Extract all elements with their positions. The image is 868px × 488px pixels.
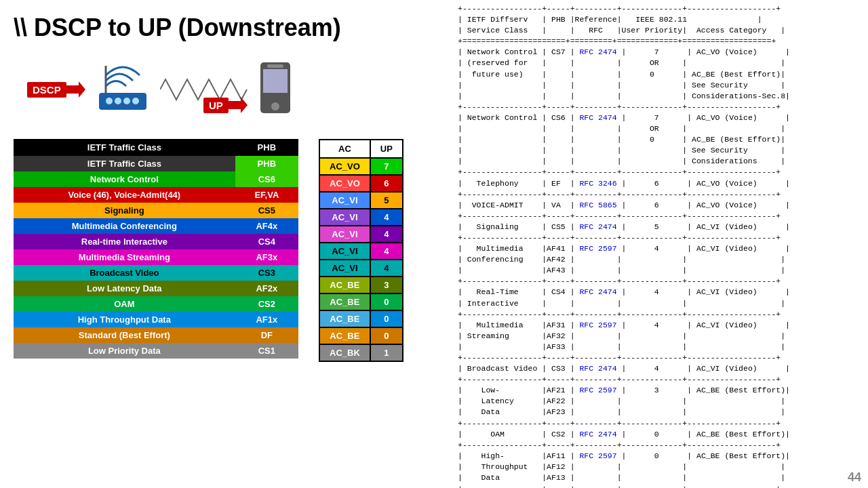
- rfc-2474-link5[interactable]: RFC 2474: [579, 364, 616, 373]
- traffic-class-phb: AF1x: [235, 312, 298, 327]
- rfc-2474-link[interactable]: RFC 2474: [579, 47, 616, 56]
- traffic-class-phb: AF4x: [235, 218, 298, 234]
- ac-cell: AC_VI: [319, 243, 370, 260]
- up-cell: 3: [370, 277, 403, 293]
- traffic-class-name: OAM: [14, 296, 235, 312]
- traffic-class-name: Broadcast Video: [14, 265, 235, 281]
- ac-cell: AC_VO: [319, 158, 370, 175]
- ac-up-table-wrap: AC UP AC_VO7AC_VO6AC_VI5AC_VI4AC_VI4AC_V…: [319, 139, 403, 362]
- up-cell: 0: [370, 310, 403, 327]
- svg-rect-8: [263, 69, 288, 93]
- traffic-class-name: Real-time Interactive: [14, 234, 235, 249]
- up-header: UP: [370, 140, 403, 158]
- rfc-text-table: +-----------------+-----+---------+-----…: [458, 3, 858, 488]
- up-cell: 4: [370, 260, 403, 277]
- traffic-class-table: IETF Traffic Class PHB IETF Traffic Clas…: [14, 139, 298, 359]
- traffic-class-phb: CS4: [235, 234, 298, 249]
- traffic-class-name: Voice (46), Voice-Admit(44): [14, 187, 235, 203]
- tables-row: IETF Traffic Class PHB IETF Traffic Clas…: [14, 139, 434, 362]
- rfc-3246-link[interactable]: RFC 3246: [579, 179, 616, 188]
- rfc-2474-link6[interactable]: RFC 2474: [579, 430, 616, 439]
- rfc-2474-link4[interactable]: RFC 2474: [579, 287, 616, 296]
- tc-header-name: IETF Traffic Class: [14, 139, 235, 156]
- traffic-class-phb: CS3: [235, 265, 298, 281]
- up-cell: 0: [370, 293, 403, 310]
- up-cell: 0: [370, 327, 403, 344]
- rfc-2597-link4[interactable]: RFC 2597: [579, 451, 616, 460]
- ac-up-table: AC UP AC_VO7AC_VO6AC_VI5AC_VI4AC_VI4AC_V…: [319, 139, 403, 362]
- svg-point-9: [271, 102, 279, 110]
- traffic-class-phb: CS5: [235, 203, 298, 218]
- traffic-class-phb: AF2x: [235, 281, 298, 296]
- traffic-class-phb: CS2: [235, 296, 298, 312]
- tc-header-phb: PHB: [235, 139, 298, 156]
- dscp-label: DSCP: [27, 82, 66, 98]
- ac-cell: AC_BE: [319, 293, 370, 310]
- up-cell: 4: [370, 226, 403, 243]
- rfc-2597-link2[interactable]: RFC 2597: [579, 321, 616, 329]
- phone-icon: [255, 59, 296, 120]
- ac-cell: AC_BE: [319, 310, 370, 327]
- rfc-2474-link3[interactable]: RFC 2474: [579, 222, 616, 231]
- up-arrow-icon: [229, 97, 248, 113]
- diagram-area: DSCP: [14, 52, 434, 127]
- svg-point-2: [106, 98, 113, 104]
- svg-rect-10: [267, 64, 283, 68]
- traffic-class-phb: EF,VA: [235, 187, 298, 203]
- up-cell: 4: [370, 243, 403, 260]
- ac-cell: AC_VI: [319, 209, 370, 226]
- traffic-class-name: Standard (Best Effort): [14, 327, 235, 343]
- up-label: UP: [203, 98, 229, 113]
- traffic-class-name: High Throughput Data: [14, 312, 235, 327]
- ac-cell: AC_VI: [319, 192, 370, 209]
- page-title: \\ DSCP to UP (Downstream): [14, 14, 434, 42]
- rfc-5865-link[interactable]: RFC 5865: [579, 201, 616, 209]
- dscp-arrow-icon: [66, 81, 85, 98]
- ac-header: AC: [319, 140, 370, 158]
- svg-point-4: [123, 98, 130, 104]
- ac-cell: AC_VI: [319, 260, 370, 277]
- rfc-2474-link2[interactable]: RFC 2474: [579, 113, 616, 122]
- ac-cell: AC_BK: [319, 344, 370, 361]
- traffic-class-phb: AF3x: [235, 249, 298, 265]
- traffic-class-phb: PHB: [235, 156, 298, 171]
- traffic-class-name: IETF Traffic Class: [14, 156, 235, 171]
- up-cell: 7: [370, 158, 403, 175]
- traffic-class-phb: CS1: [235, 343, 298, 359]
- traffic-class-table-wrap: IETF Traffic Class PHB IETF Traffic Clas…: [14, 139, 298, 359]
- up-cell: 5: [370, 192, 403, 209]
- up-cell: 4: [370, 209, 403, 226]
- right-panel: +-----------------+-----+---------+-----…: [454, 0, 861, 488]
- svg-point-3: [115, 98, 121, 104]
- traffic-class-name: Multimedia Streaming: [14, 249, 235, 265]
- page-number: 44: [848, 470, 861, 485]
- traffic-class-name: Network Control: [14, 171, 235, 187]
- ac-cell: AC_VI: [319, 226, 370, 243]
- left-panel: \\ DSCP to UP (Downstream) DSCP: [0, 0, 448, 488]
- svg-marker-11: [229, 97, 248, 113]
- up-cell: 1: [370, 344, 403, 361]
- rfc-2597-link3[interactable]: RFC 2597: [579, 386, 616, 394]
- traffic-class-name: Multimedia Conferencing: [14, 218, 235, 234]
- traffic-class-phb: CS6: [235, 171, 298, 187]
- up-cell: 6: [370, 175, 403, 192]
- ac-cell: AC_BE: [319, 277, 370, 293]
- svg-marker-0: [66, 81, 85, 98]
- traffic-class-name: Low Latency Data: [14, 281, 235, 296]
- traffic-class-name: Low Priority Data: [14, 343, 235, 359]
- traffic-class-name: Signaling: [14, 203, 235, 218]
- svg-point-5: [132, 98, 139, 104]
- ac-cell: AC_BE: [319, 327, 370, 344]
- router-icon: [92, 59, 153, 120]
- rfc-2597-link[interactable]: RFC 2597: [579, 244, 616, 253]
- traffic-class-phb: DF: [235, 327, 298, 343]
- ac-cell: AC_VO: [319, 175, 370, 192]
